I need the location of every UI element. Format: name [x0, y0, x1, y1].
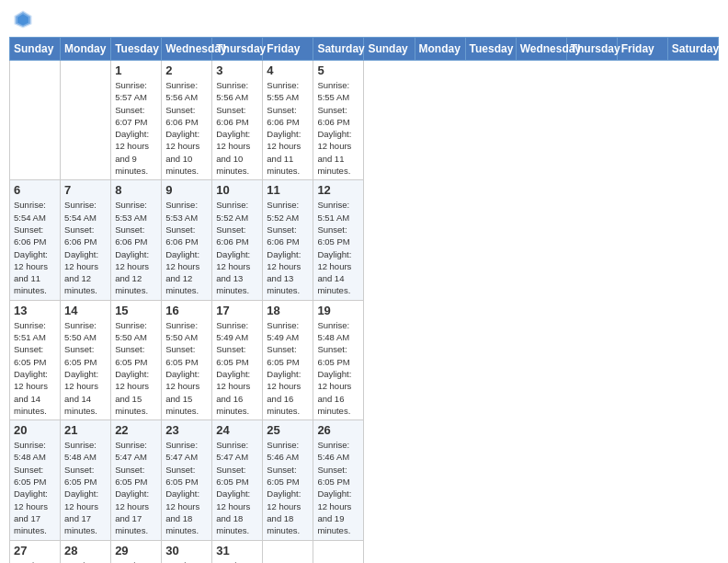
- day-number: 14: [64, 304, 107, 317]
- day-header-monday: Monday: [415, 38, 465, 61]
- day-number: 4: [267, 63, 309, 77]
- day-number: 7: [64, 183, 107, 197]
- day-number: 24: [216, 423, 258, 437]
- day-info: Sunrise: 5:51 AMSunset: 6:05 PMDaylight:…: [317, 199, 359, 296]
- day-cell: 19Sunrise: 5:48 AMSunset: 6:05 PMDayligh…: [313, 300, 364, 419]
- day-header-wednesday: Wednesday: [162, 38, 212, 61]
- day-info: Sunrise: 5:46 AMSunset: 6:05 PMDaylight:…: [317, 439, 359, 536]
- week-row-5: 27Sunrise: 5:46 AMSunset: 6:06 PMDayligh…: [10, 540, 719, 563]
- day-info: Sunrise: 5:53 AMSunset: 6:06 PMDaylight:…: [165, 199, 208, 296]
- day-info: Sunrise: 5:48 AMSunset: 6:05 PMDaylight:…: [14, 439, 56, 536]
- day-info: Sunrise: 5:50 AMSunset: 6:05 PMDaylight:…: [115, 319, 157, 417]
- day-cell: 21Sunrise: 5:48 AMSunset: 6:05 PMDayligh…: [61, 420, 111, 540]
- day-cell: 29Sunrise: 5:45 AMSunset: 6:06 PMDayligh…: [111, 540, 162, 563]
- day-info: Sunrise: 5:52 AMSunset: 6:06 PMDaylight:…: [267, 199, 309, 296]
- day-number: 2: [165, 63, 208, 77]
- day-number: 18: [267, 304, 309, 317]
- day-cell: 22Sunrise: 5:47 AMSunset: 6:05 PMDayligh…: [111, 420, 162, 540]
- logo: [13, 9, 36, 29]
- day-number: 5: [317, 63, 359, 77]
- day-number: 20: [14, 423, 56, 437]
- day-cell: 2Sunrise: 5:56 AMSunset: 6:06 PMDaylight…: [162, 61, 212, 180]
- day-info: Sunrise: 5:47 AMSunset: 6:05 PMDaylight:…: [216, 439, 258, 536]
- day-cell: [313, 540, 364, 563]
- day-cell: 13Sunrise: 5:51 AMSunset: 6:05 PMDayligh…: [10, 300, 61, 419]
- day-info: Sunrise: 5:45 AMSunset: 6:06 PMDaylight:…: [216, 559, 258, 564]
- day-cell: 24Sunrise: 5:47 AMSunset: 6:05 PMDayligh…: [212, 420, 263, 540]
- day-cell: 20Sunrise: 5:48 AMSunset: 6:05 PMDayligh…: [10, 420, 61, 540]
- day-cell: 9Sunrise: 5:53 AMSunset: 6:06 PMDaylight…: [162, 180, 212, 300]
- day-cell: 18Sunrise: 5:49 AMSunset: 6:05 PMDayligh…: [263, 300, 313, 419]
- day-info: Sunrise: 5:46 AMSunset: 6:05 PMDaylight:…: [267, 439, 309, 536]
- day-info: Sunrise: 5:54 AMSunset: 6:06 PMDaylight:…: [14, 199, 56, 296]
- logo-icon: [13, 9, 33, 29]
- day-number: 30: [165, 544, 208, 557]
- day-info: Sunrise: 5:55 AMSunset: 6:06 PMDaylight:…: [267, 79, 309, 177]
- day-info: Sunrise: 5:54 AMSunset: 6:06 PMDaylight:…: [64, 199, 107, 296]
- day-info: Sunrise: 5:46 AMSunset: 6:06 PMDaylight:…: [64, 559, 107, 564]
- day-cell: 8Sunrise: 5:53 AMSunset: 6:06 PMDaylight…: [111, 180, 162, 300]
- day-cell: 26Sunrise: 5:46 AMSunset: 6:05 PMDayligh…: [313, 420, 364, 540]
- day-info: Sunrise: 5:50 AMSunset: 6:05 PMDaylight:…: [165, 319, 208, 417]
- day-cell: 6Sunrise: 5:54 AMSunset: 6:06 PMDaylight…: [10, 180, 61, 300]
- day-header-friday: Friday: [263, 38, 313, 61]
- day-cell: 27Sunrise: 5:46 AMSunset: 6:06 PMDayligh…: [10, 540, 61, 563]
- day-header-saturday: Saturday: [313, 38, 364, 61]
- header-row: SundayMondayTuesdayWednesdayThursdayFrid…: [10, 38, 719, 61]
- day-cell: 28Sunrise: 5:46 AMSunset: 6:06 PMDayligh…: [61, 540, 111, 563]
- day-info: Sunrise: 5:49 AMSunset: 6:05 PMDaylight:…: [216, 319, 258, 417]
- day-number: 19: [317, 304, 359, 317]
- day-header-thursday: Thursday: [566, 38, 617, 61]
- day-info: Sunrise: 5:51 AMSunset: 6:05 PMDaylight:…: [14, 319, 56, 417]
- day-number: 10: [216, 183, 258, 197]
- day-info: Sunrise: 5:48 AMSunset: 6:05 PMDaylight:…: [317, 319, 359, 417]
- day-number: 9: [165, 183, 208, 197]
- day-cell: 7Sunrise: 5:54 AMSunset: 6:06 PMDaylight…: [61, 180, 111, 300]
- day-info: Sunrise: 5:55 AMSunset: 6:06 PMDaylight:…: [317, 79, 359, 177]
- day-cell: 4Sunrise: 5:55 AMSunset: 6:06 PMDaylight…: [263, 61, 313, 180]
- day-header-friday: Friday: [617, 38, 667, 61]
- day-header-sunday: Sunday: [10, 38, 61, 61]
- day-cell: 3Sunrise: 5:56 AMSunset: 6:06 PMDaylight…: [212, 61, 263, 180]
- day-info: Sunrise: 5:56 AMSunset: 6:06 PMDaylight:…: [216, 79, 258, 177]
- day-info: Sunrise: 5:50 AMSunset: 6:05 PMDaylight:…: [64, 319, 107, 417]
- day-header-monday: Monday: [61, 38, 111, 61]
- day-header-saturday: Saturday: [667, 38, 718, 61]
- day-cell: [61, 61, 111, 180]
- day-cell: 14Sunrise: 5:50 AMSunset: 6:05 PMDayligh…: [61, 300, 111, 419]
- day-cell: 30Sunrise: 5:45 AMSunset: 6:06 PMDayligh…: [162, 540, 212, 563]
- page-header: [9, 9, 719, 29]
- day-info: Sunrise: 5:49 AMSunset: 6:05 PMDaylight:…: [267, 319, 309, 417]
- day-number: 12: [317, 183, 359, 197]
- day-info: Sunrise: 5:47 AMSunset: 6:05 PMDaylight:…: [165, 439, 208, 536]
- day-cell: [263, 540, 313, 563]
- day-number: 1: [115, 63, 157, 77]
- day-number: 16: [165, 304, 208, 317]
- day-number: 22: [115, 423, 157, 437]
- day-cell: 11Sunrise: 5:52 AMSunset: 6:06 PMDayligh…: [263, 180, 313, 300]
- day-number: 21: [64, 423, 107, 437]
- day-cell: 25Sunrise: 5:46 AMSunset: 6:05 PMDayligh…: [263, 420, 313, 540]
- week-row-1: 1Sunrise: 5:57 AMSunset: 6:07 PMDaylight…: [10, 61, 719, 180]
- day-info: Sunrise: 5:53 AMSunset: 6:06 PMDaylight:…: [115, 199, 157, 296]
- day-cell: 5Sunrise: 5:55 AMSunset: 6:06 PMDaylight…: [313, 61, 364, 180]
- day-cell: 10Sunrise: 5:52 AMSunset: 6:06 PMDayligh…: [212, 180, 263, 300]
- day-number: 29: [115, 544, 157, 557]
- day-number: 8: [115, 183, 157, 197]
- day-cell: 17Sunrise: 5:49 AMSunset: 6:05 PMDayligh…: [212, 300, 263, 419]
- day-number: 11: [267, 183, 309, 197]
- day-number: 25: [267, 423, 309, 437]
- day-info: Sunrise: 5:45 AMSunset: 6:06 PMDaylight:…: [165, 559, 208, 564]
- day-number: 23: [165, 423, 208, 437]
- day-info: Sunrise: 5:52 AMSunset: 6:06 PMDaylight:…: [216, 199, 258, 296]
- day-number: 28: [64, 544, 107, 557]
- day-info: Sunrise: 5:48 AMSunset: 6:05 PMDaylight:…: [64, 439, 107, 536]
- day-cell: 15Sunrise: 5:50 AMSunset: 6:05 PMDayligh…: [111, 300, 162, 419]
- day-header-tuesday: Tuesday: [111, 38, 162, 61]
- day-header-tuesday: Tuesday: [465, 38, 516, 61]
- day-cell: [10, 61, 61, 180]
- day-number: 26: [317, 423, 359, 437]
- day-cell: 31Sunrise: 5:45 AMSunset: 6:06 PMDayligh…: [212, 540, 263, 563]
- day-cell: 12Sunrise: 5:51 AMSunset: 6:05 PMDayligh…: [313, 180, 364, 300]
- day-number: 6: [14, 183, 56, 197]
